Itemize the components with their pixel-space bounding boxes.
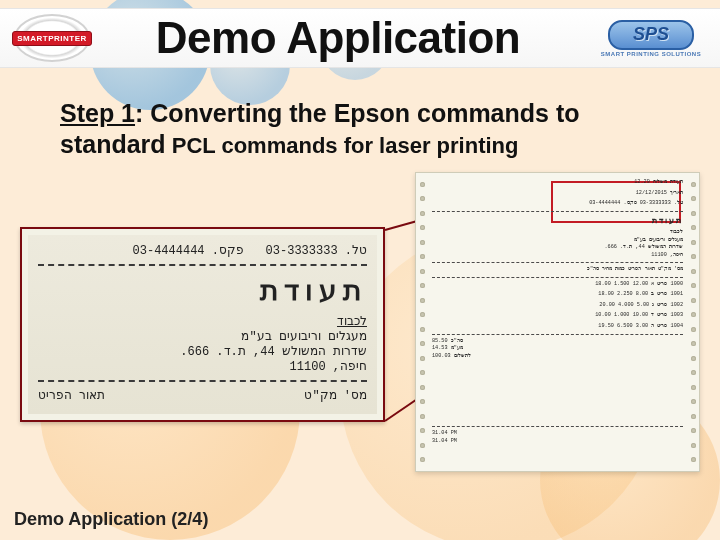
zoom-callout-content: טל. 03-3333333 פקס. 03-4444444 תעודת לכב… xyxy=(28,235,377,414)
table-row: 1003 פריט ד 10.00 1.000 10.00 xyxy=(432,312,683,320)
smartprinter-logo: SMARTPRINTER xyxy=(14,14,90,62)
sps-logo-text: SPS xyxy=(608,20,694,50)
zoom-city-zip: חיפה, 11100 xyxy=(38,359,367,374)
sprocket-holes-right xyxy=(687,173,699,471)
footer-progress: (2/4) xyxy=(171,509,208,529)
table-row: 1004 פריט ה 3.00 6.500 19.50 xyxy=(432,323,683,331)
printout-page: תעודת משלוח 12.29 תאריך 12/12/2015 טל. 0… xyxy=(415,172,700,472)
page-title: Demo Application xyxy=(80,13,596,63)
step-body-small: PCL commands for laser printing xyxy=(166,133,519,158)
page-header1: תעודת משלוח 12.29 xyxy=(432,179,683,187)
table-row: 1002 פריט ג 5.00 4.000 20.00 xyxy=(432,302,683,310)
diagram: טל. 03-3333333 פקס. 03-4444444 תעודת לכב… xyxy=(20,172,700,472)
table-row: 1000 פריט א 12.00 1.500 18.00 xyxy=(432,281,683,289)
page-columns: מס' מק"ט תאור הפריט כמות מחיר סה"כ xyxy=(432,266,683,274)
page-footer-time: 31.04 PM 31.04 PM xyxy=(432,430,683,445)
printout-body: תעודת משלוח 12.29 תאריך 12/12/2015 טל. 0… xyxy=(432,179,683,465)
page-header2: תאריך 12/12/2015 xyxy=(432,190,683,198)
page-to-block: לכבוד מעגלים וריבועים בע"מ שדרות המשולש … xyxy=(432,229,683,259)
step-label: Step 1 xyxy=(60,99,135,127)
title-banner: SMARTPRINTER Demo Application SPS SMART … xyxy=(0,8,720,68)
zoom-address: שדרות המשולש 44, ת.ד. 666. xyxy=(38,344,367,359)
slide-footer: Demo Application (2/4) xyxy=(14,509,208,530)
zoom-heading: תעודת xyxy=(38,274,367,308)
zoom-callout-frame: טל. 03-3333333 פקס. 03-4444444 תעודת לכב… xyxy=(20,227,385,422)
footer-label: Demo Application xyxy=(14,509,166,529)
zoom-phone-line: טל. 03-3333333 פקס. 03-4444444 xyxy=(38,243,367,258)
divider xyxy=(38,264,367,266)
zoom-company: מעגלים וריבועים בע"מ xyxy=(38,329,367,344)
page-phone: טל. 03-3333333 פקס. 03-4444444 xyxy=(432,200,683,208)
divider xyxy=(38,380,367,382)
table-row: 1001 פריט ב 8.00 2.250 18.00 xyxy=(432,291,683,299)
sps-logo-tagline: SMART PRINTING SOLUTIONS xyxy=(601,51,701,57)
zoom-to-label: לכבוד xyxy=(38,314,367,329)
page-totals: סה"כ 85.50 מע"מ 14.53 לתשלום 100.03 xyxy=(432,338,683,361)
zoom-footer-right: מס' מק"ט xyxy=(304,388,367,403)
page-big-heading: תעודת xyxy=(432,215,683,227)
zoom-footer-left: תאור הפריט xyxy=(38,388,105,403)
step-heading: Step 1: Converting the Epson commands to… xyxy=(60,98,660,161)
step-separator: : xyxy=(135,99,150,127)
sprocket-holes-left xyxy=(416,173,428,471)
sps-logo: SPS SMART PRINTING SOLUTIONS xyxy=(596,16,706,60)
